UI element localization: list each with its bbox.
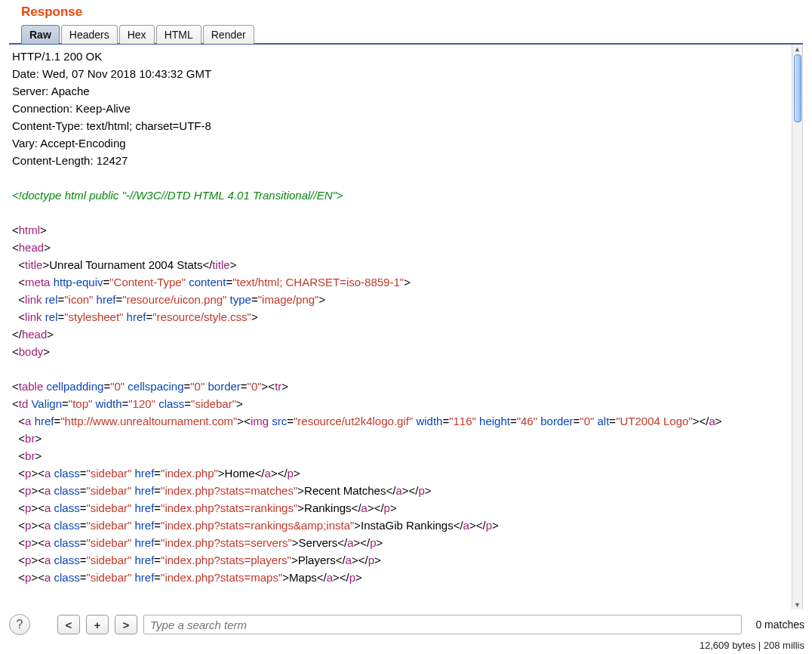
- add-button[interactable]: +: [86, 615, 109, 634]
- scroll-down-icon[interactable]: ▼: [793, 600, 802, 609]
- search-input[interactable]: [143, 615, 742, 634]
- tab-hex[interactable]: Hex: [119, 25, 155, 44]
- scroll-thumb[interactable]: [794, 54, 801, 122]
- scroll-up-icon[interactable]: ▲: [793, 45, 802, 54]
- tab-bar: Raw Headers Hex HTML Render: [0, 24, 812, 43]
- panel-title: Response: [0, 0, 812, 24]
- match-count: 0 matches: [748, 619, 804, 631]
- tab-html[interactable]: HTML: [156, 25, 201, 44]
- search-bar: ? < + > 0 matches: [0, 609, 812, 638]
- tab-raw[interactable]: Raw: [21, 25, 60, 44]
- next-match-button[interactable]: >: [115, 615, 137, 634]
- prev-match-button[interactable]: <: [57, 615, 80, 634]
- status-bar: 12,609 bytes | 208 millis: [0, 638, 812, 654]
- tab-render[interactable]: Render: [203, 25, 254, 44]
- vertical-scrollbar[interactable]: ▲ ▼: [792, 45, 802, 609]
- help-icon[interactable]: ?: [9, 614, 30, 635]
- response-body[interactable]: HTTP/1.1 200 OKDate: Wed, 07 Nov 2018 10…: [9, 45, 802, 609]
- tab-headers[interactable]: Headers: [61, 25, 118, 44]
